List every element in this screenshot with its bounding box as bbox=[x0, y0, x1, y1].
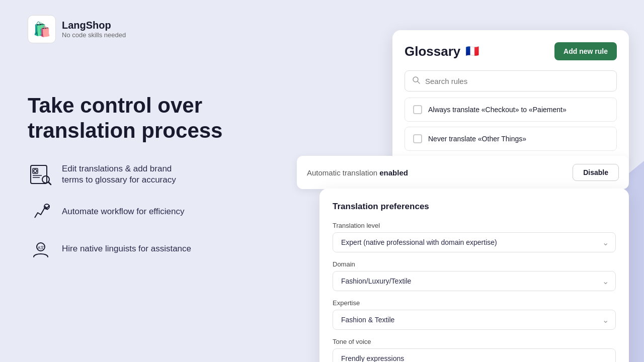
tone-label: Tone of voice bbox=[333, 338, 616, 345]
svg-text:A文: A文 bbox=[38, 245, 44, 250]
hero-section: Take control over translation process Ed… bbox=[28, 93, 279, 262]
rule-checkbox-1[interactable] bbox=[413, 105, 422, 114]
domain-wrapper[interactable]: Fashion/Luxury/Textile ⌄ bbox=[333, 271, 616, 291]
domain-label: Domain bbox=[333, 260, 616, 268]
glossary-title: Glossary bbox=[405, 44, 460, 59]
translation-level-label: Translation level bbox=[333, 222, 616, 229]
translation-level-select[interactable]: Expert (native professional with domain … bbox=[333, 232, 616, 252]
tone-group: Tone of voice bbox=[333, 338, 616, 362]
domain-group: Domain Fashion/Luxury/Textile ⌄ bbox=[333, 260, 616, 291]
glossary-flag: 🇫🇷 bbox=[465, 45, 479, 58]
rule-checkbox-2[interactable] bbox=[413, 134, 422, 143]
expertise-label: Expertise bbox=[333, 299, 616, 307]
svg-line-11 bbox=[418, 81, 420, 83]
feature-item-3: A文 Hire native linguists for assistance bbox=[28, 236, 279, 262]
expertise-group: Expertise Fashion & Textile ⌄ bbox=[333, 299, 616, 330]
app-header: 🛍️ LangShop No code skills needed bbox=[28, 15, 126, 43]
feature-item-2: Automate workflow for efficiency bbox=[28, 199, 279, 225]
glossary-title-group: Glossary 🇫🇷 bbox=[405, 44, 479, 59]
app-brand: LangShop No code skills needed bbox=[62, 20, 126, 39]
auto-translation-bar: Automatic translation enabled Disable bbox=[297, 156, 629, 189]
search-input[interactable] bbox=[425, 77, 609, 85]
add-rule-button[interactable]: Add new rule bbox=[554, 42, 617, 60]
disable-button[interactable]: Disable bbox=[573, 164, 619, 181]
domain-select[interactable]: Fashion/Luxury/Textile bbox=[333, 271, 616, 291]
translation-level-wrapper[interactable]: Expert (native professional with domain … bbox=[333, 232, 616, 252]
feature-icon-2 bbox=[28, 199, 54, 225]
feature-text-1: Edit translations & add brandterms to gl… bbox=[62, 163, 176, 186]
rule-item-1: Always translate «Checkout» to «Paiement… bbox=[405, 98, 617, 122]
auto-translation-label: Automatic translation enabled bbox=[307, 168, 408, 177]
features-list: Edit translations & add brandterms to gl… bbox=[28, 161, 279, 262]
translation-level-group: Translation level Expert (native profess… bbox=[333, 222, 616, 252]
svg-line-6 bbox=[48, 182, 51, 185]
app-logo: 🛍️ bbox=[28, 15, 56, 43]
feature-text-3: Hire native linguists for assistance bbox=[62, 243, 191, 254]
rule-text-1: Always translate «Checkout» to «Paiement… bbox=[428, 106, 567, 114]
search-box[interactable] bbox=[405, 70, 617, 92]
app-tagline: No code skills needed bbox=[62, 31, 126, 39]
feature-icon-1 bbox=[28, 161, 54, 188]
preferences-title: Translation preferences bbox=[333, 202, 616, 212]
glossary-header: Glossary 🇫🇷 Add new rule bbox=[405, 42, 617, 60]
expertise-wrapper[interactable]: Fashion & Textile ⌄ bbox=[333, 310, 616, 330]
feature-item-1: Edit translations & add brandterms to gl… bbox=[28, 161, 279, 188]
svg-point-2 bbox=[34, 169, 37, 172]
feature-text-2: Automate workflow for efficiency bbox=[62, 206, 184, 217]
preferences-card: Translation preferences Translation leve… bbox=[319, 189, 629, 362]
expertise-select[interactable]: Fashion & Textile bbox=[333, 310, 616, 330]
app-name: LangShop bbox=[62, 20, 126, 31]
hero-title: Take control over translation process bbox=[28, 93, 279, 144]
search-icon bbox=[412, 76, 420, 86]
glossary-card: Glossary 🇫🇷 Add new rule Always translat… bbox=[392, 30, 629, 168]
rule-item-2: Never translate «Other Things» bbox=[405, 127, 617, 151]
feature-icon-3: A文 bbox=[28, 236, 54, 262]
rule-text-2: Never translate «Other Things» bbox=[428, 135, 526, 143]
tone-input[interactable] bbox=[333, 348, 616, 362]
